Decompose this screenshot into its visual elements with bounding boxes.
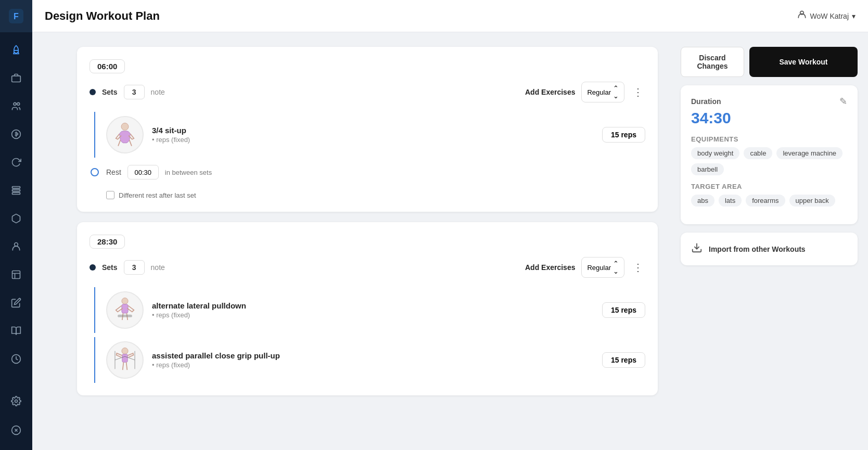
rest-between-1: in between sets bbox=[165, 169, 212, 176]
list-icon[interactable] bbox=[5, 263, 28, 286]
workout-area: 06:00 Sets note Add Exercises Regular ⌃⌄… bbox=[65, 32, 670, 450]
type-select-1[interactable]: Regular ⌃⌄ bbox=[581, 82, 624, 102]
user-avatar-icon bbox=[797, 9, 807, 22]
dollar-icon[interactable] bbox=[5, 123, 28, 146]
type-value-1: Regular bbox=[587, 88, 611, 96]
rest-circle-1 bbox=[91, 168, 99, 176]
action-buttons: Discard Changes Save Workout bbox=[681, 47, 858, 77]
refresh-icon[interactable] bbox=[5, 151, 28, 174]
svg-point-17 bbox=[121, 123, 129, 130]
duration-value: 34:30 bbox=[691, 109, 847, 127]
more-menu-btn-1[interactable]: ⋮ bbox=[631, 86, 645, 98]
user-name: WoW Katraj bbox=[810, 12, 849, 20]
svg-point-18 bbox=[122, 298, 128, 304]
svg-rect-6 bbox=[12, 187, 20, 188]
user-chevron-icon: ▾ bbox=[852, 12, 856, 20]
type-select-2[interactable]: Regular ⌃⌄ bbox=[581, 257, 624, 278]
block-time-2: 28:30 bbox=[90, 235, 125, 249]
svg-rect-22 bbox=[122, 354, 127, 363]
svg-point-3 bbox=[14, 102, 16, 105]
duration-label: Duration bbox=[691, 97, 721, 106]
users-icon[interactable] bbox=[5, 95, 28, 118]
briefcase-icon[interactable] bbox=[5, 67, 28, 89]
exercise-name-2-2: assisted parallel close grip pull-up bbox=[152, 351, 594, 360]
more-menu-btn-2[interactable]: ⋮ bbox=[631, 261, 645, 274]
history-icon[interactable] bbox=[5, 348, 28, 370]
timeline-col-1 bbox=[92, 112, 98, 158]
settings-icon[interactable] bbox=[5, 390, 28, 413]
exercise-info-1: 3/4 sit-up • reps (fixed) bbox=[152, 126, 594, 144]
tag-upper-back: upper back bbox=[789, 195, 835, 207]
exercise-name-2-1: alternate lateral pulldown bbox=[152, 301, 594, 310]
note-label-2[interactable]: note bbox=[151, 263, 165, 272]
block-header-2: Sets note Add Exercises Regular ⌃⌄ ⋮ bbox=[90, 257, 645, 278]
tag-cable: cable bbox=[744, 147, 772, 159]
info-card-header: Duration ✎ bbox=[691, 96, 847, 107]
save-workout-button[interactable]: Save Workout bbox=[749, 47, 858, 77]
sets-input-1[interactable] bbox=[124, 85, 145, 99]
exercise-row-2-2: assisted parallel close grip pull-up • r… bbox=[106, 337, 645, 383]
timeline-col-2-1 bbox=[92, 287, 98, 333]
close-circle-icon[interactable] bbox=[5, 419, 28, 442]
user-menu[interactable]: WoW Katraj ▾ bbox=[797, 9, 856, 22]
reps-btn-2-1[interactable]: 15 reps bbox=[602, 302, 645, 318]
exercise-image-2-2 bbox=[106, 341, 144, 379]
timeline-col-rest-1 bbox=[92, 168, 98, 176]
equipments-tags: body weight cable leverage machine barbe… bbox=[691, 147, 847, 175]
sidebar-bottom bbox=[5, 388, 28, 450]
rest-input-1[interactable] bbox=[127, 165, 159, 179]
rocket-icon[interactable] bbox=[5, 38, 28, 61]
tag-body-weight: body weight bbox=[691, 147, 739, 159]
svg-point-21 bbox=[122, 348, 128, 354]
tag-forearms: forearms bbox=[746, 195, 785, 207]
svg-point-9 bbox=[15, 243, 18, 247]
cube-icon[interactable] bbox=[5, 207, 28, 230]
main-content: 06:00 Sets note Add Exercises Regular ⌃⌄… bbox=[65, 32, 868, 450]
sets-input-2[interactable] bbox=[124, 260, 145, 275]
add-exercises-btn-2[interactable]: Add Exercises bbox=[525, 263, 576, 272]
add-exercises-btn-1[interactable]: Add Exercises bbox=[525, 88, 576, 96]
right-panel: Discard Changes Save Workout Duration ✎ … bbox=[670, 32, 868, 450]
svg-rect-20 bbox=[118, 315, 132, 317]
block-time-1: 06:00 bbox=[90, 59, 125, 73]
svg-rect-8 bbox=[12, 192, 20, 194]
rest-label-1: Rest bbox=[106, 168, 121, 176]
app-logo[interactable]: F bbox=[0, 0, 32, 32]
exercise-image-1 bbox=[106, 116, 144, 153]
svg-text:F: F bbox=[14, 12, 19, 21]
tag-abs: abs bbox=[691, 195, 714, 207]
exercise-name-1: 3/4 sit-up bbox=[152, 126, 594, 135]
equipments-label: Equipments bbox=[691, 135, 847, 143]
sets-label-2: Sets bbox=[102, 263, 118, 272]
svg-rect-2 bbox=[12, 76, 21, 82]
svg-point-12 bbox=[15, 400, 18, 403]
edit-duration-icon[interactable]: ✎ bbox=[839, 96, 847, 107]
import-card[interactable]: Import from other Workouts bbox=[681, 233, 858, 265]
tag-barbell: barbell bbox=[691, 163, 724, 175]
note-label-1[interactable]: note bbox=[151, 88, 165, 96]
page-title: Design Workout Plan bbox=[45, 9, 160, 23]
tag-lats: lats bbox=[719, 195, 742, 207]
exercise-info-2-2: assisted parallel close grip pull-up • r… bbox=[152, 351, 594, 369]
block-card-2: 28:30 Sets note Add Exercises Regular ⌃⌄… bbox=[77, 222, 658, 395]
target-area-tags: abs lats forearms upper back bbox=[691, 195, 847, 207]
import-label: Import from other Workouts bbox=[709, 245, 806, 253]
exercise-row-1: 3/4 sit-up • reps (fixed) 15 reps bbox=[106, 112, 645, 158]
rest-row-1: Rest in between sets bbox=[106, 162, 645, 183]
person-icon[interactable] bbox=[5, 235, 28, 258]
reps-btn-1[interactable]: 15 reps bbox=[602, 127, 645, 143]
book-icon[interactable] bbox=[5, 319, 28, 342]
checkbox-1[interactable] bbox=[106, 191, 114, 199]
svg-rect-7 bbox=[12, 189, 20, 191]
reps-btn-2-2[interactable]: 15 reps bbox=[602, 352, 645, 368]
exercise-info-2-1: alternate lateral pulldown • reps (fixed… bbox=[152, 301, 594, 319]
target-area-label: Target Area bbox=[691, 183, 847, 190]
info-card: Duration ✎ 34:30 Equipments body weight … bbox=[681, 85, 858, 224]
tag-leverage-machine: leverage machine bbox=[776, 147, 843, 159]
block-card-1: 06:00 Sets note Add Exercises Regular ⌃⌄… bbox=[77, 47, 658, 212]
exercise-detail-2-1: • reps (fixed) bbox=[152, 311, 594, 319]
topbar: Design Workout Plan WoW Katraj ▾ bbox=[32, 0, 868, 32]
note-edit-icon[interactable] bbox=[5, 291, 28, 314]
layers-icon[interactable] bbox=[5, 179, 28, 202]
discard-changes-button[interactable]: Discard Changes bbox=[681, 47, 744, 77]
